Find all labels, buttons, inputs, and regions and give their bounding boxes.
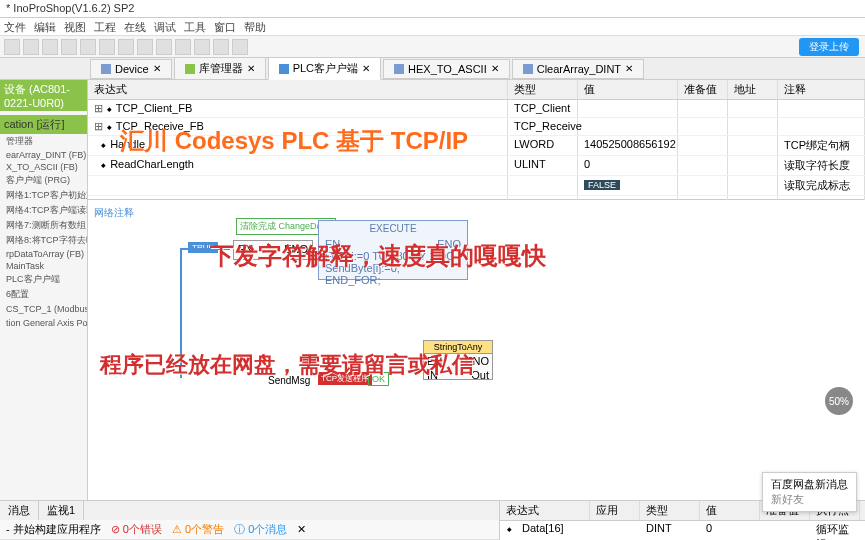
menu-tools[interactable]: 工具 [184, 20, 206, 33]
fbd-changedone[interactable]: ENENO [233, 240, 313, 260]
device-tree: 设备 (AC801-0221-U0R0) cation [运行] 管理器 ear… [0, 80, 88, 500]
tree-item[interactable]: 网络1:TCP客户初始定 [0, 188, 87, 203]
tree-item-mgr[interactable]: 管理器 [0, 134, 87, 149]
watch-row[interactable]: ⊞⬥ TCP_Receive_FBTCP_Receive [88, 118, 865, 136]
upload-button[interactable]: 登录上传 [799, 38, 859, 56]
editor-tabs: Device ✕ 库管理器 ✕ PLC客户户端 ✕ HEX_TO_ASCII ✕… [0, 58, 865, 80]
toolbar-build-icon[interactable] [175, 39, 191, 55]
menu-help[interactable]: 帮助 [244, 20, 266, 33]
data-row[interactable]: ⬥ Data[16]DINT0循环监视 [500, 521, 865, 540]
ok-tag: OK [368, 372, 389, 386]
toolbar-new-icon[interactable] [4, 39, 20, 55]
fbd-editor[interactable]: 网络注释 TRUE 清除完成 ChangeDone ENENO EXECUTE … [88, 200, 865, 500]
popup-sub: 新好友 [771, 492, 848, 507]
tree-item[interactable]: earArray_DINT (FB) [0, 149, 87, 161]
popup-title: 百度网盘新消息 [771, 477, 848, 492]
tree-item[interactable]: 客户户端 (PRG) [0, 173, 87, 188]
warning-count[interactable]: 0个警告 [185, 523, 224, 535]
toolbar-copy-icon[interactable] [118, 39, 134, 55]
tree-item[interactable]: 6配置 [0, 287, 87, 302]
device-tree-header: 设备 (AC801-0221-U0R0) [0, 80, 87, 111]
zoom-badge[interactable]: 50% [825, 387, 853, 415]
col-addr[interactable]: 地址 [728, 80, 778, 99]
app-section: cation [运行] [0, 115, 87, 134]
network-label: 网络注释 [94, 206, 134, 220]
info-count[interactable]: 0个消息 [248, 523, 287, 535]
tree-item[interactable]: rpDataToArray (FB) [0, 248, 87, 260]
tab-device[interactable]: Device ✕ [90, 59, 172, 79]
menu-debug[interactable]: 调试 [154, 20, 176, 33]
tree-item[interactable]: MainTask [0, 260, 87, 272]
toolbar: 登录上传 [0, 36, 865, 58]
main-area: 设备 (AC801-0221-U0R0) cation [运行] 管理器 ear… [0, 80, 865, 500]
tree-item[interactable]: PLC客户户端 [0, 272, 87, 287]
msg-filter-bar: - 并始构建应用程序 ⊘ 0个错误 ⚠ 0个警告 ⓘ 0个消息 ✕ [0, 520, 499, 540]
col-type[interactable]: 类型 [640, 501, 700, 520]
col-app[interactable]: 应用 [590, 501, 640, 520]
menu-online[interactable]: 在线 [124, 20, 146, 33]
wire [180, 248, 230, 250]
app-title: * InoProShop(V1.6.2) SP2 [6, 2, 134, 14]
msg-tabs: 消息 监视1 [0, 501, 499, 520]
menu-file[interactable]: 文件 [4, 20, 26, 33]
sendmsg-label: SendMsg [268, 375, 310, 386]
tab-messages[interactable]: 消息 [0, 501, 39, 520]
prg-icon [279, 64, 289, 74]
watch-row[interactable]: ⬥ HandleLWORD140525008656192TCP绑定句柄 [88, 136, 865, 156]
messages-panel: 消息 监视1 - 并始构建应用程序 ⊘ 0个错误 ⚠ 0个警告 ⓘ 0个消息 ✕… [0, 501, 500, 540]
col-expr[interactable]: 表达式 [500, 501, 590, 520]
toolbar-redo-icon[interactable] [80, 39, 96, 55]
wire-v [180, 248, 182, 378]
tree-item[interactable]: X_TO_ASCII (FB) [0, 161, 87, 173]
toolbar-save-icon[interactable] [42, 39, 58, 55]
library-icon [185, 64, 195, 74]
toolbar-login-icon[interactable] [194, 39, 210, 55]
tree-item[interactable]: CS_TCP_1 (Modbus TCP主站) [0, 302, 87, 317]
tab-plc-client[interactable]: PLC客户户端 ✕ [268, 57, 381, 80]
col-prep[interactable]: 准备值 [678, 80, 728, 99]
toolbar-stop-icon[interactable] [232, 39, 248, 55]
tree-item[interactable]: 网络4:TCP客户端读取据 [0, 203, 87, 218]
watch-row[interactable]: ⊞⬥ TCP_Client_FBTCP_Client [88, 100, 865, 118]
toolbar-undo-icon[interactable] [61, 39, 77, 55]
device-icon [101, 64, 111, 74]
close-icon[interactable]: ✕ [297, 523, 306, 536]
error-count[interactable]: 0个错误 [123, 523, 162, 535]
toolbar-run-icon[interactable] [213, 39, 229, 55]
toolbar-open-icon[interactable] [23, 39, 39, 55]
col-type[interactable]: 类型 [508, 80, 578, 99]
menu-view[interactable]: 视图 [64, 20, 86, 33]
tab-cleararray[interactable]: ClearArray_DINT ✕ [512, 59, 644, 79]
toolbar-paste-icon[interactable] [137, 39, 153, 55]
tree-item[interactable]: 网络8:将TCP字符去暗为数据 [0, 233, 87, 248]
toolbar-cut-icon[interactable] [99, 39, 115, 55]
toolbar-find-icon[interactable] [156, 39, 172, 55]
watch-header: 表达式 类型 值 准备值 地址 注释 [88, 80, 865, 100]
fbd-execute[interactable]: EXECUTE ENENO FOR i:=0 TO 180 BY 1 DO Se… [318, 220, 468, 280]
tab-hex-to-ascii[interactable]: HEX_TO_ASCII ✕ [383, 59, 510, 79]
fb-icon [523, 64, 533, 74]
watch-panel: 表达式 类型 值 准备值 地址 注释 ⊞⬥ TCP_Client_FBTCP_C… [88, 80, 865, 200]
watch-row[interactable]: ⬥ ReadCharLengthULINT0读取字符长度 [88, 156, 865, 176]
menu-project[interactable]: 工程 [94, 20, 116, 33]
execute-title: EXECUTE [319, 221, 467, 236]
notification-popup[interactable]: 百度网盘新消息 新好友 [762, 472, 857, 512]
editor-content: 表达式 类型 值 准备值 地址 注释 ⊞⬥ TCP_Client_FBTCP_C… [88, 80, 865, 500]
tree-item[interactable]: tion General Axis Pool [0, 317, 87, 329]
tab-library[interactable]: 库管理器 ✕ [174, 57, 266, 80]
bottom-panel: 消息 监视1 - 并始构建应用程序 ⊘ 0个错误 ⚠ 0个警告 ⓘ 0个消息 ✕… [0, 500, 865, 540]
tab-watch1[interactable]: 监视1 [39, 501, 84, 520]
col-comment[interactable]: 注释 [778, 80, 865, 99]
title-bar: * InoProShop(V1.6.2) SP2 [0, 0, 865, 18]
col-expr[interactable]: 表达式 [88, 80, 508, 99]
tcp-send-tag: TCP发送程序 [318, 372, 372, 385]
filter-prefix: - 并始构建应用程序 [6, 522, 101, 537]
col-value[interactable]: 值 [578, 80, 678, 99]
watch-row[interactable]: FALSE读取完成标志 [88, 176, 865, 196]
menu-window[interactable]: 窗口 [214, 20, 236, 33]
col-val[interactable]: 值 [700, 501, 760, 520]
menu-edit[interactable]: 编辑 [34, 20, 56, 33]
menu-bar: 文件 编辑 视图 工程 在线 调试 工具 窗口 帮助 [0, 18, 865, 36]
tree-item[interactable]: 网络7:测断所有数组 [0, 218, 87, 233]
fbd-stringtoany[interactable]: StringToAny ENENO INOut [423, 340, 493, 380]
